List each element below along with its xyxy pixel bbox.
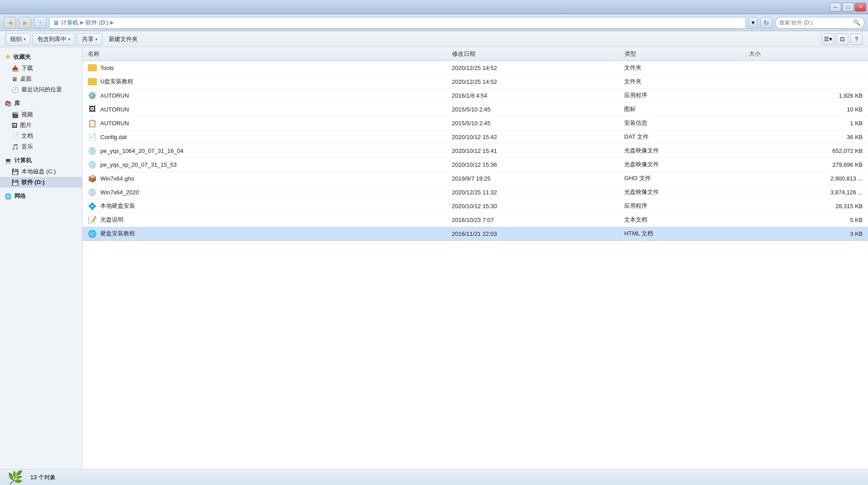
table-row[interactable]: 🖼 AUTORUN 2015/5/10 2:45图标10 KB <box>82 103 868 116</box>
file-size: 652,072 KB <box>744 144 868 158</box>
file-icon: 🖼 <box>88 105 97 114</box>
app-logo-icon: 🌿 <box>8 470 23 485</box>
include-library-label: 包含到库中 <box>37 35 66 43</box>
share-button[interactable]: 共享 ▾ <box>77 33 103 45</box>
docs-icon: 📄 <box>12 133 19 140</box>
search-bar[interactable]: 🔍 <box>775 17 864 29</box>
table-row[interactable]: 📄 Config.dat 2020/10/12 15:42DAT 文件36 KB <box>82 130 868 144</box>
file-date: 2016/1/8 4:54 <box>447 89 619 103</box>
file-size: 28,315 KB <box>744 199 868 213</box>
table-row[interactable]: 💿 pe_yqs_1064_20_07_31_16_04 2020/10/12 … <box>82 144 868 158</box>
file-type: 图标 <box>619 103 743 116</box>
docs-label: 文档 <box>21 132 33 140</box>
file-date: 2015/5/10 2:45 <box>447 116 619 130</box>
table-row[interactable]: U盘安装教程 2020/12/25 14:52文件夹 <box>82 75 868 89</box>
table-row[interactable]: 💠 本地硬盘安装 2020/10/12 15:30应用程序28,315 KB <box>82 199 868 213</box>
sidebar-network-header[interactable]: 🌐 网络 <box>0 190 82 202</box>
file-size: 10 KB <box>744 103 868 116</box>
file-name-cell: 💿 pe_yqs_xp_20_07_31_15_53 <box>82 158 447 172</box>
music-label: 音乐 <box>21 143 33 151</box>
column-header-type[interactable]: 类型 <box>619 47 743 61</box>
table-row[interactable]: 📦 Win7x64.gho 2019/9/7 19:25GHO 文件2,900,… <box>82 172 868 185</box>
file-type: DAT 文件 <box>619 130 743 144</box>
sidebar-item-desktop[interactable]: 🖥 桌面 <box>0 74 82 84</box>
close-button[interactable]: ✕ <box>855 3 866 12</box>
sidebar-item-videos[interactable]: 🎬 视频 <box>0 109 82 120</box>
column-header-size[interactable]: 大小 <box>744 47 868 61</box>
file-size <box>744 61 868 75</box>
table-row[interactable]: Tools 2020/12/25 14:52文件夹 <box>82 61 868 75</box>
file-type: 文件夹 <box>619 61 743 75</box>
file-icon: 💿 <box>88 160 97 169</box>
favorites-label: 收藏夹 <box>13 53 31 61</box>
sidebar-computer-header[interactable]: 💻 计算机 <box>0 155 82 166</box>
sidebar-item-music[interactable]: 🎵 音乐 <box>0 141 82 152</box>
pictures-label: 图片 <box>20 121 32 129</box>
table-row[interactable]: ⚙️ AUTORUN 2016/1/8 4:54应用程序1,926 KB <box>82 89 868 103</box>
table-row[interactable]: 📋 AUTORUN 2015/5/10 2:45安装信息1 KB <box>82 116 868 130</box>
breadcrumb-computer[interactable]: 计算机 <box>61 19 78 27</box>
table-row[interactable]: 📝 光盘说明 2016/10/23 7:07文本文档5 KB <box>82 213 868 227</box>
share-arrow-icon: ▾ <box>95 37 98 41</box>
sidebar-section-favorites: ★ 收藏夹 📥 下载 🖥 桌面 🕐 最近访问的位置 <box>0 51 82 95</box>
file-name-cell: 📄 Config.dat <box>82 130 447 144</box>
videos-label: 视频 <box>21 111 33 119</box>
table-row[interactable]: 🌐 硬盘安装教程 2016/11/21 22:03HTML 文档3 KB <box>82 227 868 241</box>
file-name: AUTORUN <box>100 92 129 99</box>
computer-icon: 💻 <box>4 157 12 164</box>
organize-button[interactable]: 组织 ▾ <box>5 33 31 45</box>
file-type: 光盘映像文件 <box>619 144 743 158</box>
minimize-button[interactable]: ─ <box>830 3 841 12</box>
search-input[interactable] <box>779 20 853 26</box>
sidebar-item-downloads[interactable]: 📥 下载 <box>0 63 82 74</box>
sidebar-section-library: 📚 库 🎬 视频 🖼 图片 📄 文档 🎵 音乐 <box>0 98 82 152</box>
toolbar: 组织 ▾ 包含到库中 ▾ 共享 ▾ 新建文件夹 ☰ ▾ ⊡ ? <box>0 31 868 47</box>
view-button[interactable]: ☰ ▾ <box>822 33 834 45</box>
new-folder-button[interactable]: 新建文件夹 <box>104 33 142 45</box>
sidebar-library-header[interactable]: 📚 库 <box>0 98 82 109</box>
sidebar-item-recent[interactable]: 🕐 最近访问的位置 <box>0 84 82 95</box>
sidebar-item-drive-d[interactable]: 💾 软件 (D:) <box>0 177 82 188</box>
organize-arrow-icon: ▾ <box>24 37 26 41</box>
file-date: 2016/11/21 22:03 <box>447 227 619 241</box>
forward-button[interactable]: ▶ <box>19 17 31 29</box>
file-name-cell: Tools <box>82 61 447 75</box>
sidebar-item-drive-c[interactable]: 💾 本地磁盘 (C:) <box>0 166 82 177</box>
table-row[interactable]: 💿 Win7x64_2020 2020/12/25 11:32光盘映像文件3,8… <box>82 185 868 199</box>
preview-pane-button[interactable]: ⊡ <box>836 33 848 45</box>
share-label: 共享 <box>82 35 94 43</box>
refresh-button[interactable]: ↻ <box>760 17 773 29</box>
file-name: Win7x64.gho <box>100 175 134 182</box>
file-name-cell: 🖼 AUTORUN <box>82 103 447 116</box>
music-icon: 🎵 <box>12 144 19 150</box>
file-name: 本地硬盘安装 <box>100 202 135 210</box>
address-dropdown-button[interactable]: ▾ <box>749 17 757 29</box>
file-type: 光盘映像文件 <box>619 158 743 172</box>
recent-label: 最近访问的位置 <box>21 86 62 94</box>
file-date: 2020/10/12 15:42 <box>447 130 619 144</box>
sidebar-item-docs[interactable]: 📄 文档 <box>0 131 82 141</box>
file-icon: 💠 <box>88 201 97 210</box>
include-library-button[interactable]: 包含到库中 ▾ <box>33 33 75 45</box>
table-row[interactable]: 💿 pe_yqs_xp_20_07_31_15_53 2020/10/12 15… <box>82 158 868 172</box>
maximize-button[interactable]: □ <box>842 3 854 12</box>
breadcrumb-drive[interactable]: 软件 (D:) <box>86 19 108 27</box>
sidebar-favorites-header[interactable]: ★ 收藏夹 <box>0 51 82 63</box>
file-name-cell: U盘安装教程 <box>82 75 447 89</box>
file-size: 3 KB <box>744 227 868 241</box>
back-button[interactable]: ◀ <box>4 17 16 29</box>
help-button[interactable]: ? <box>850 33 863 45</box>
file-icon: 💿 <box>88 188 97 197</box>
file-icon: 📄 <box>88 132 97 141</box>
sidebar-item-pictures[interactable]: 🖼 图片 <box>0 120 82 131</box>
column-header-date[interactable]: 修改日期 <box>447 47 619 61</box>
file-date: 2020/12/25 11:32 <box>447 185 619 199</box>
up-button[interactable]: ↑ <box>34 17 46 29</box>
breadcrumb-sep-2: ▶ <box>110 20 114 25</box>
desktop-icon: 🖥 <box>12 76 17 82</box>
file-table: 名称 修改日期 类型 大小 Tools 2020/12/25 14:52文件夹 … <box>82 47 868 241</box>
column-header-name[interactable]: 名称 <box>82 47 447 61</box>
file-type: 安装信息 <box>619 116 743 130</box>
file-size: 1 KB <box>744 116 868 130</box>
favorites-icon: ★ <box>4 53 11 61</box>
